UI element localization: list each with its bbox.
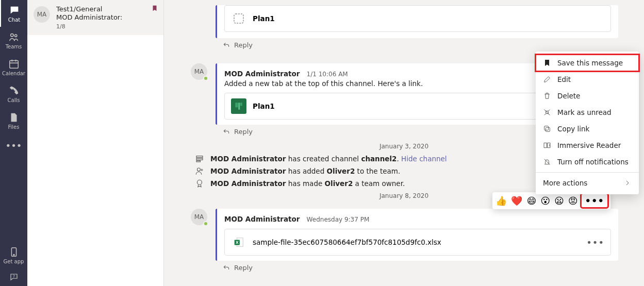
file-card-more[interactable]: •••: [577, 237, 604, 248]
menu-save-message[interactable]: Save this message: [536, 55, 639, 71]
appbar-calls[interactable]: Calls: [0, 80, 27, 107]
svg-rect-7: [235, 103, 238, 107]
menu-save-label: Save this message: [557, 59, 623, 67]
channel-subtitle: MOD Administrator:: [56, 13, 157, 21]
app-bar: Chat Teams Calendar Calls Files ••• Get …: [0, 0, 27, 286]
channel-badge: 1/8: [56, 23, 157, 30]
message-3-bubble: MOD Administrator Wednesday 9:37 PM X sa…: [216, 209, 618, 261]
menu-delete[interactable]: Delete: [536, 88, 639, 104]
appbar-files[interactable]: Files: [0, 107, 27, 134]
svg-rect-19: [546, 127, 550, 131]
sys3-target: Oliver2: [325, 179, 353, 188]
reaction-sad[interactable]: 😦: [554, 195, 564, 206]
owner-icon: [195, 179, 204, 188]
appbar-chat-label: Chat: [8, 17, 20, 23]
system-text: MOD Administrator has added Oliver2 to t…: [210, 167, 400, 175]
channel-text-wrap: Test1/General MOD Administrator: 1/8: [56, 5, 157, 30]
plan-card-1[interactable]: Plan1: [224, 5, 611, 32]
appbar-teams[interactable]: Teams: [0, 27, 27, 54]
reply-icon: [223, 42, 230, 49]
message-2-author: MOD Administrator: [224, 70, 300, 78]
svg-rect-2: [9, 60, 18, 68]
calendar-icon: [8, 58, 20, 70]
message-3-author: MOD Administrator: [224, 215, 300, 223]
getapp-icon: [8, 246, 20, 258]
file-card[interactable]: X sample-file-35ec607580664ef7bf570fc810…: [224, 229, 611, 256]
menu-turn-off-notifications[interactable]: Turn off notifications: [536, 154, 639, 170]
appbar-files-label: Files: [8, 124, 20, 130]
message-2-avatar: MA: [191, 63, 207, 80]
plan-card-1-title: Plan1: [253, 14, 275, 23]
svg-rect-10: [196, 156, 203, 158]
reaction-heart[interactable]: ❤️: [511, 195, 522, 206]
reply-label-2: Reply: [234, 128, 253, 136]
excel-file-icon: X: [231, 234, 246, 250]
appbar-getapp[interactable]: Get app: [0, 242, 27, 268]
delete-icon: [543, 92, 551, 100]
presence-icon: [203, 221, 208, 226]
teams-icon: [8, 31, 20, 43]
appbar-teams-label: Teams: [6, 44, 22, 49]
reply-button-3[interactable]: Reply: [216, 261, 618, 275]
menu-more-actions[interactable]: More actions: [536, 175, 639, 191]
reaction-more-button[interactable]: •••: [582, 194, 607, 207]
sys1-target: channel2: [361, 155, 397, 163]
menu-notif-label: Turn off notifications: [557, 158, 629, 166]
reply-label-3: Reply: [234, 264, 253, 272]
sys1-d: .: [397, 155, 402, 163]
message-2-timestamp: 1/1 10:06 AM: [307, 71, 348, 78]
plan-card-2-title: Plan1: [253, 102, 275, 110]
sys1-b: has created channel: [286, 155, 361, 163]
appbar-help[interactable]: ?: [0, 268, 27, 286]
hide-channel-link[interactable]: Hide channel: [401, 155, 447, 163]
menu-copy-link[interactable]: Copy link: [536, 121, 639, 137]
menu-more-label: More actions: [543, 179, 587, 187]
svg-point-1: [14, 35, 16, 37]
sys2-d: to the team.: [355, 167, 400, 175]
svg-rect-6: [234, 14, 243, 23]
reply-icon: [223, 264, 230, 272]
reply-icon: [223, 128, 230, 136]
menu-mark-unread[interactable]: Mark as unread: [536, 104, 639, 121]
channel-created-icon: [195, 154, 204, 163]
appbar-chat[interactable]: Chat: [0, 0, 27, 27]
member-added-icon: [195, 166, 204, 176]
reaction-laugh[interactable]: 😄: [526, 195, 536, 206]
channel-list-item[interactable]: MA Test1/General MOD Administrator: 1/8: [27, 0, 163, 35]
appbar-calls-label: Calls: [8, 97, 20, 103]
menu-edit-label: Edit: [557, 75, 571, 83]
appbar-calendar-label: Calendar: [2, 71, 25, 76]
sys2-actor: MOD Administrator: [210, 167, 286, 175]
bookmark-icon: [151, 4, 158, 12]
sys2-target: Oliver2: [327, 167, 355, 175]
appbar-calendar[interactable]: Calendar: [0, 54, 27, 80]
reaction-surprised[interactable]: 😮: [540, 195, 550, 206]
channel-avatar-initials: MA: [37, 11, 47, 18]
appbar-getapp-label: Get app: [4, 259, 24, 264]
reaction-like[interactable]: 👍: [496, 195, 507, 206]
menu-divider: [536, 172, 639, 173]
files-icon: [8, 112, 20, 123]
calls-icon: [8, 85, 20, 96]
sys1-actor: MOD Administrator: [210, 155, 286, 163]
appbar-more[interactable]: •••: [0, 134, 27, 157]
menu-immersive-reader[interactable]: Immersive Reader: [536, 137, 639, 154]
reply-button-1[interactable]: Reply: [216, 38, 618, 52]
menu-edit[interactable]: Edit: [536, 71, 639, 88]
message-context-menu: Save this message Edit Delete Mark as un…: [536, 52, 639, 194]
chevron-right-icon: [623, 179, 632, 187]
system-text: MOD Administrator has made Oliver2 a tea…: [210, 179, 405, 188]
system-text: MOD Administrator has created channel ch…: [210, 155, 447, 163]
message-3-avatar: MA: [191, 209, 207, 225]
menu-delete-label: Delete: [557, 92, 580, 100]
reaction-angry[interactable]: 😡: [568, 195, 578, 206]
chat-icon: [9, 5, 20, 16]
svg-text:?: ?: [13, 274, 15, 279]
svg-rect-9: [240, 103, 242, 106]
reader-icon: [543, 141, 551, 149]
sys3-b: has made: [286, 179, 325, 188]
svg-point-4: [13, 254, 14, 255]
channel-title: Test1/General: [56, 5, 157, 13]
svg-point-0: [10, 33, 13, 37]
channel-list: MA Test1/General MOD Administrator: 1/8: [27, 0, 164, 286]
